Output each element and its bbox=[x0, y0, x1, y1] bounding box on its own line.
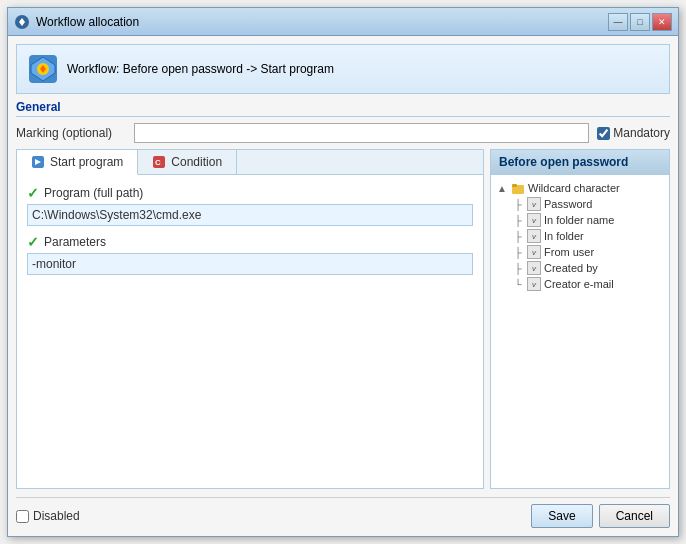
parameters-input[interactable] bbox=[27, 253, 473, 275]
tabs: Start program C Condition bbox=[17, 150, 483, 175]
right-panel: Before open password ▲ Wildcard characte… bbox=[490, 149, 670, 489]
cancel-button[interactable]: Cancel bbox=[599, 504, 670, 528]
parameters-field-header: ✓ Parameters bbox=[27, 234, 473, 250]
minimize-button[interactable]: — bbox=[608, 13, 628, 31]
mandatory-label: Mandatory bbox=[613, 126, 670, 140]
tree-label-0: Password bbox=[544, 198, 592, 210]
main-area: Start program C Condition bbox=[16, 149, 670, 489]
parameters-field-group: ✓ Parameters bbox=[27, 234, 473, 275]
general-section: General Marking (optional) Mandatory bbox=[16, 100, 670, 143]
folder-icon bbox=[511, 181, 525, 195]
program-field-group: ✓ Program (full path) bbox=[27, 185, 473, 226]
tree-root: ▲ Wildcard character ├ v bbox=[496, 180, 664, 292]
workflow-icon bbox=[27, 53, 59, 85]
tree-connector-4: ├ bbox=[512, 262, 524, 274]
program-input[interactable] bbox=[27, 204, 473, 226]
tab-start-program-label: Start program bbox=[50, 155, 123, 169]
left-panel: Start program C Condition bbox=[16, 149, 484, 489]
program-check-icon: ✓ bbox=[27, 185, 39, 201]
tree-label-3: From user bbox=[544, 246, 594, 258]
tree-label-1: In folder name bbox=[544, 214, 614, 226]
tree-connector-2: ├ bbox=[512, 230, 524, 242]
parameters-check-icon: ✓ bbox=[27, 234, 39, 250]
tree-area: ▲ Wildcard character ├ v bbox=[491, 175, 669, 488]
mandatory-checkbox[interactable] bbox=[597, 127, 610, 140]
tree-root-label: Wildcard character bbox=[528, 182, 620, 194]
marking-row: Marking (optional) Mandatory bbox=[16, 123, 670, 143]
parameters-label: Parameters bbox=[44, 235, 106, 249]
disabled-checkbox[interactable] bbox=[16, 510, 29, 523]
tree-connector-3: ├ bbox=[512, 246, 524, 258]
disabled-label: Disabled bbox=[33, 509, 80, 523]
start-program-icon bbox=[31, 155, 45, 169]
svg-text:C: C bbox=[155, 158, 161, 167]
program-label: Program (full path) bbox=[44, 186, 143, 200]
tree-label-5: Creator e-mail bbox=[544, 278, 614, 290]
tree-expand-icon: ▲ bbox=[496, 182, 508, 194]
tab-start-program[interactable]: Start program bbox=[17, 150, 138, 175]
tree-connector-0: ├ bbox=[512, 198, 524, 210]
window-icon bbox=[14, 14, 30, 30]
footer-buttons: Save Cancel bbox=[531, 504, 670, 528]
tree-leaf-icon-4: v bbox=[527, 261, 541, 275]
tree-item-2[interactable]: ├ v In folder bbox=[512, 228, 664, 244]
window-title: Workflow allocation bbox=[36, 15, 139, 29]
program-field-header: ✓ Program (full path) bbox=[27, 185, 473, 201]
window-body: Workflow: Before open password -> Start … bbox=[8, 36, 678, 536]
tree-connector-5: └ bbox=[512, 278, 524, 290]
general-label: General bbox=[16, 100, 670, 117]
tree-children: ├ v Password ├ v In folder name ├ bbox=[512, 196, 664, 292]
footer: Disabled Save Cancel bbox=[16, 497, 670, 528]
workflow-header: Workflow: Before open password -> Start … bbox=[16, 44, 670, 94]
tree-label-2: In folder bbox=[544, 230, 584, 242]
tree-item-3[interactable]: ├ v From user bbox=[512, 244, 664, 260]
tab-condition[interactable]: C Condition bbox=[138, 150, 237, 174]
condition-icon: C bbox=[152, 155, 166, 169]
main-window: Workflow allocation — □ ✕ Workflow: Befo… bbox=[7, 7, 679, 537]
tab-condition-label: Condition bbox=[171, 155, 222, 169]
tree-label-4: Created by bbox=[544, 262, 598, 274]
save-button[interactable]: Save bbox=[531, 504, 592, 528]
tree-leaf-icon-3: v bbox=[527, 245, 541, 259]
tree-item-0[interactable]: ├ v Password bbox=[512, 196, 664, 212]
tree-connector-1: ├ bbox=[512, 214, 524, 226]
tree-item-root[interactable]: ▲ Wildcard character bbox=[496, 180, 664, 196]
tree-leaf-icon-1: v bbox=[527, 213, 541, 227]
tree-leaf-icon-5: v bbox=[527, 277, 541, 291]
workflow-title: Workflow: Before open password -> Start … bbox=[67, 62, 334, 76]
tree-item-5[interactable]: └ v Creator e-mail bbox=[512, 276, 664, 292]
svg-rect-9 bbox=[512, 184, 517, 187]
tree-leaf-icon-2: v bbox=[527, 229, 541, 243]
close-button[interactable]: ✕ bbox=[652, 13, 672, 31]
marking-input[interactable] bbox=[134, 123, 589, 143]
tree-leaf-icon-0: v bbox=[527, 197, 541, 211]
tree-item-4[interactable]: ├ v Created by bbox=[512, 260, 664, 276]
title-bar: Workflow allocation — □ ✕ bbox=[8, 8, 678, 36]
title-bar-left: Workflow allocation bbox=[14, 14, 139, 30]
title-buttons: — □ ✕ bbox=[608, 13, 672, 31]
disabled-row: Disabled bbox=[16, 509, 80, 523]
tree-item-1[interactable]: ├ v In folder name bbox=[512, 212, 664, 228]
right-panel-title: Before open password bbox=[491, 150, 669, 175]
maximize-button[interactable]: □ bbox=[630, 13, 650, 31]
marking-label: Marking (optional) bbox=[16, 126, 126, 140]
tab-content: ✓ Program (full path) ✓ Parameters bbox=[17, 175, 483, 488]
mandatory-row: Mandatory bbox=[597, 126, 670, 140]
